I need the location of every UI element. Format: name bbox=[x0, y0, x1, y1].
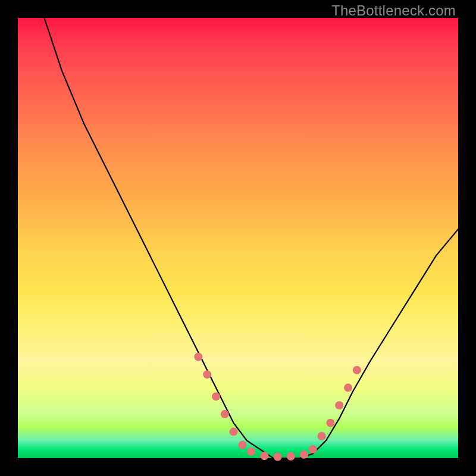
marker-point bbox=[203, 370, 211, 378]
marker-point bbox=[353, 366, 361, 374]
marker-point bbox=[194, 353, 202, 361]
marker-point bbox=[309, 445, 317, 453]
curve-svg bbox=[18, 18, 458, 458]
marker-point bbox=[335, 401, 343, 409]
watermark-text: TheBottleneck.com bbox=[331, 2, 456, 19]
marker-point bbox=[274, 453, 282, 461]
marker-point bbox=[300, 450, 308, 459]
marker-point bbox=[247, 447, 255, 456]
marker-point bbox=[221, 410, 229, 418]
marker-point bbox=[344, 384, 352, 392]
marker-point bbox=[238, 441, 246, 449]
marker-point bbox=[287, 452, 295, 461]
curve-markers bbox=[194, 353, 361, 461]
marker-point bbox=[326, 419, 334, 427]
chart-frame: TheBottleneck.com bbox=[0, 0, 476, 476]
marker-point bbox=[230, 428, 238, 436]
marker-point bbox=[318, 432, 326, 440]
plot-area bbox=[18, 18, 458, 458]
marker-point bbox=[212, 392, 220, 400]
marker-point bbox=[260, 452, 268, 460]
bottleneck-curve bbox=[44, 18, 458, 458]
